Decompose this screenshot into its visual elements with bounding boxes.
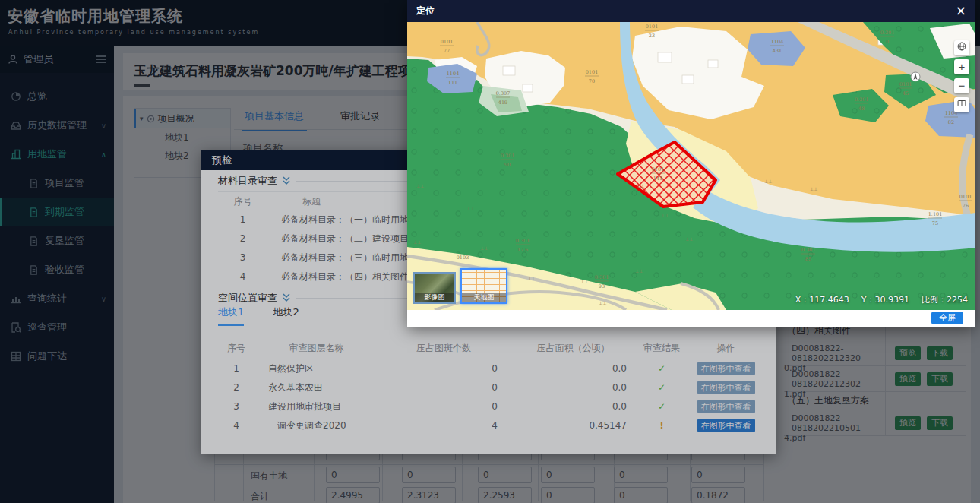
map-canvas[interactable]: ⊥⊥⊥⊥⊥⊥⊥⊥⊥⊥⊥⊥⊥⊥⊥⊥⊥⊥⊥⊥⊥⊥⊥⊥⊥⊥ 0101771104111… <box>407 22 975 310</box>
svg-text:⊥⊥: ⊥⊥ <box>466 206 474 211</box>
svg-text:0101: 0101 <box>652 166 665 172</box>
svg-text:82: 82 <box>948 119 954 125</box>
svg-text:1.101: 1.101 <box>928 211 943 217</box>
svg-text:⊥⊥: ⊥⊥ <box>810 186 817 191</box>
svg-text:48: 48 <box>858 106 865 112</box>
svg-text:419: 419 <box>498 100 507 106</box>
cursor-y-readout: Y：30.9391 <box>861 294 909 305</box>
svg-text:141: 141 <box>653 176 662 182</box>
map-controls: + − <box>954 40 969 112</box>
basemap-globe-button[interactable] <box>954 40 969 55</box>
svg-text:0101: 0101 <box>959 194 972 200</box>
svg-text:0.307: 0.307 <box>496 90 511 96</box>
map-status-bar: X：117.4643 Y：30.9391 比例：2254 <box>795 294 968 305</box>
svg-text:1104: 1104 <box>447 71 460 77</box>
svg-text:0101: 0101 <box>586 69 599 75</box>
svg-text:77: 77 <box>444 48 450 54</box>
globe-icon <box>956 41 967 52</box>
locate-dialog-titlebar: 定位 × <box>407 0 975 22</box>
svg-text:⊥⊥: ⊥⊥ <box>480 245 488 251</box>
svg-text:0.301: 0.301 <box>880 30 895 36</box>
fullscreen-button[interactable]: 全屏 <box>931 312 963 324</box>
svg-text:⊥⊥: ⊥⊥ <box>764 179 772 184</box>
svg-text:75: 75 <box>932 220 938 226</box>
svg-text:⊥⊥: ⊥⊥ <box>661 213 669 218</box>
svg-text:90: 90 <box>504 162 511 168</box>
svg-text:0.301: 0.301 <box>595 274 609 280</box>
zoom-out-button[interactable]: − <box>954 78 969 93</box>
svg-text:431: 431 <box>773 48 782 54</box>
locate-dialog-title: 定位 <box>416 5 435 16</box>
svg-text:70: 70 <box>589 78 595 84</box>
svg-text:0101: 0101 <box>646 24 659 30</box>
basemap-tianditu-thumbnail[interactable]: 天地图 <box>460 268 507 304</box>
svg-text:1104: 1104 <box>771 39 784 45</box>
cursor-x-readout: X：117.4643 <box>795 294 849 305</box>
svg-text:⊥⊥: ⊥⊥ <box>416 183 424 188</box>
svg-text:0101: 0101 <box>441 39 454 45</box>
layers-icon <box>956 98 967 109</box>
svg-text:0101: 0101 <box>899 81 912 87</box>
svg-text:0: 0 <box>886 39 889 45</box>
land-use-map: ⊥⊥⊥⊥⊥⊥⊥⊥⊥⊥⊥⊥⊥⊥⊥⊥⊥⊥⊥⊥⊥⊥⊥⊥⊥⊥ 0101771104111… <box>407 22 975 310</box>
layers-button[interactable] <box>954 97 969 112</box>
basemap-imagery-thumbnail[interactable]: 影像图 <box>413 272 456 304</box>
svg-text:0.301: 0.301 <box>516 238 530 244</box>
svg-text:⊥⊥: ⊥⊥ <box>685 236 693 242</box>
svg-text:23: 23 <box>649 33 655 39</box>
svg-text:0.301: 0.301 <box>801 247 816 253</box>
svg-text:⊥⊥: ⊥⊥ <box>413 239 421 245</box>
svg-text:85: 85 <box>805 256 811 262</box>
basemap-imagery-label: 影像图 <box>415 293 454 302</box>
scale-readout: 比例：2254 <box>922 294 968 305</box>
basemap-tianditu-label: 天地图 <box>462 293 506 302</box>
dialog-footer: 全屏 <box>407 310 975 327</box>
zoom-in-button[interactable]: + <box>954 59 969 74</box>
locate-map-dialog: 定位 × <box>407 0 975 327</box>
svg-text:0.301: 0.301 <box>501 153 515 159</box>
svg-text:0103: 0103 <box>457 255 469 261</box>
svg-text:⊥⊥: ⊥⊥ <box>580 279 588 284</box>
svg-text:76: 76 <box>963 203 969 209</box>
svg-text:⊥⊥: ⊥⊥ <box>527 276 535 281</box>
compass-icon <box>911 72 920 81</box>
svg-text:17.6: 17.6 <box>517 247 528 253</box>
svg-text:93: 93 <box>599 283 605 289</box>
svg-text:⊥⊥: ⊥⊥ <box>599 300 606 305</box>
close-icon[interactable]: × <box>956 0 966 22</box>
svg-text:111: 111 <box>448 80 457 86</box>
svg-text:⊥⊥: ⊥⊥ <box>637 183 644 188</box>
svg-text:0.301: 0.301 <box>855 96 869 103</box>
basemap-switcher: 影像图 天地图 <box>413 268 507 304</box>
svg-text:⊥⊥: ⊥⊥ <box>635 268 643 274</box>
svg-text:45: 45 <box>903 90 909 96</box>
